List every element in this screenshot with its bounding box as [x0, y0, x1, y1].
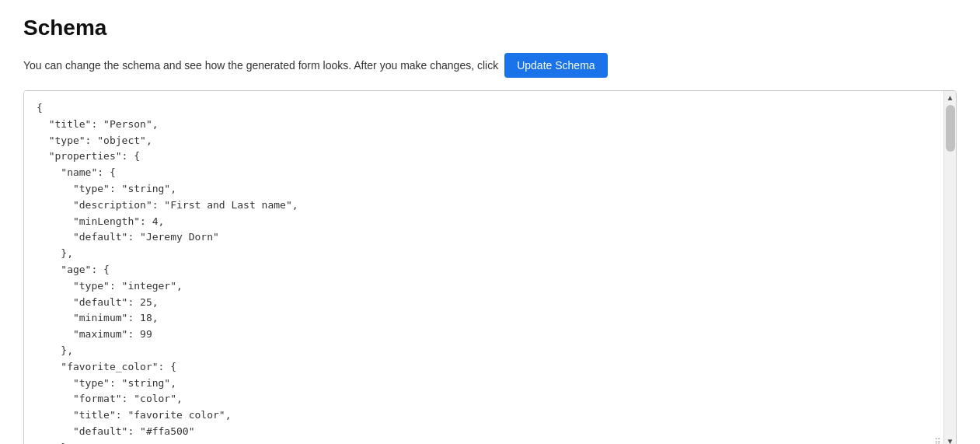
resize-handle[interactable]: ⠿ [934, 438, 942, 444]
schema-editor-container: ▲ ▼ ⠿ [23, 90, 957, 444]
scrollbar-track: ▲ ▼ [943, 91, 956, 444]
update-schema-button[interactable]: Update Schema [504, 53, 607, 78]
scrollbar-up-arrow[interactable]: ▲ [944, 91, 957, 103]
scrollbar-down-arrow[interactable]: ▼ [944, 435, 957, 444]
schema-textarea[interactable] [24, 91, 943, 444]
description-text: You can change the schema and see how th… [23, 59, 498, 72]
scrollbar-thumb[interactable] [946, 105, 955, 152]
description-row: You can change the schema and see how th… [23, 53, 957, 78]
page-title: Schema [23, 16, 957, 40]
